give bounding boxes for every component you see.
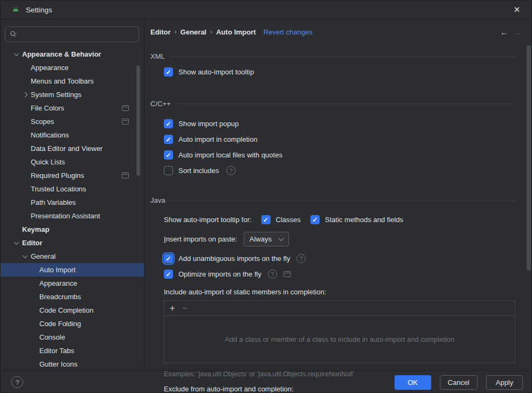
sidebar-item-editor-appearance[interactable]: Appearance [1, 277, 144, 290]
help-icon[interactable]: ? [226, 166, 236, 175]
remove-icon[interactable]: − [182, 304, 187, 313]
section-header-cpp: C/C++ [150, 99, 515, 108]
sidebar-item-path-variables[interactable]: Path Variables [1, 196, 144, 209]
tooltip-for-row: Show auto-import tooltip for: ✓ Classes … [164, 212, 515, 227]
insert-imports-row: Insert imports on paste: Always [164, 231, 515, 247]
sidebar-item-system-settings[interactable]: System Settings [1, 88, 144, 101]
sidebar-item-editor[interactable]: Editor [1, 236, 144, 250]
forward-arrow-icon: → [514, 27, 522, 37]
settings-search[interactable] [5, 26, 139, 42]
section-header-xml: XML [150, 51, 515, 61]
breadcrumb-separator: › [175, 28, 177, 36]
chevron-down-icon[interactable] [12, 52, 20, 56]
search-icon [10, 30, 17, 38]
sidebar-item-appearance[interactable]: Appearance [1, 61, 144, 74]
chevron-down-icon[interactable] [12, 241, 20, 245]
breadcrumb-editor[interactable]: Editor [150, 28, 171, 36]
sidebar-item-menus-toolbars[interactable]: Menus and Toolbars [1, 74, 144, 88]
chevron-right-icon[interactable] [20, 93, 29, 96]
checkbox-checked-icon[interactable]: ✓ [164, 150, 173, 160]
checkbox-row-auto-import-completion[interactable]: ✓ Auto import in completion [164, 132, 515, 147]
sidebar-item-appearance-behavior[interactable]: Appearance & Behavior [1, 47, 144, 61]
revert-changes-link[interactable]: Revert changes [264, 28, 313, 36]
table-toolbar: + − [164, 301, 515, 316]
sidebar-item-editor-tabs[interactable]: Editor Tabs [1, 344, 144, 357]
checkbox-row-add-unambiguous[interactable]: ✓ Add unambiguous imports on the fly ? [164, 251, 515, 266]
sidebar-item-code-folding[interactable]: Code Folding [1, 317, 144, 330]
project-settings-icon [284, 271, 291, 277]
chevron-down-icon[interactable] [20, 254, 29, 258]
sidebar-item-scopes[interactable]: Scopes [1, 115, 144, 128]
checkbox-row-show-auto-import-tooltip[interactable]: ✓ Show auto-import tooltip [164, 64, 515, 80]
checkbox-row-show-import-popup[interactable]: ✓ Show import popup [164, 116, 515, 132]
sidebar-item-required-plugins[interactable]: Required Plugins [1, 169, 144, 182]
include-static-members-table[interactable]: + − Add a class or member of a class to … [164, 300, 515, 363]
sidebar-scrollbar-thumb[interactable] [136, 65, 140, 176]
project-settings-icon [122, 173, 129, 178]
table-placeholder-text: Add a class or member of a class to incl… [225, 335, 454, 343]
breadcrumb: Editor › General › Auto Import Revert ch… [144, 19, 531, 44]
settings-tree: Appearance & Behavior Appearance Menus a… [1, 47, 144, 371]
close-icon[interactable]: ✕ [511, 5, 523, 15]
sidebar-item-file-colors[interactable]: File Colors [1, 101, 144, 115]
checkbox-static-methods[interactable]: ✓ [310, 215, 320, 224]
sidebar-item-breadcrumbs[interactable]: Breadcrumbs [1, 290, 144, 304]
checkbox-unchecked-icon[interactable] [164, 166, 173, 175]
checkbox-checked-icon[interactable]: ✓ [164, 135, 173, 144]
sidebar-item-general[interactable]: General [1, 250, 144, 263]
titlebar: Settings ✕ [1, 1, 531, 19]
help-icon[interactable]: ? [268, 270, 277, 279]
checkbox-checked-icon[interactable]: ✓ [164, 119, 173, 128]
checkbox-row-optimize-imports[interactable]: ✓ Optimize imports on the fly ? [164, 266, 515, 282]
sidebar-item-trusted-locations[interactable]: Trusted Locations [1, 182, 144, 196]
app-icon [11, 5, 20, 14]
help-icon[interactable]: ? [296, 254, 306, 263]
checkbox-checked-icon[interactable]: ✓ [164, 254, 173, 263]
insert-imports-dropdown[interactable]: Always [244, 232, 289, 246]
include-static-members-label: Include auto-import of static members in… [164, 286, 515, 297]
dropdown-value: Always [250, 235, 272, 243]
checkbox-checked-icon[interactable]: ✓ [164, 67, 173, 77]
sidebar-item-data-editor[interactable]: Data Editor and Viewer [1, 142, 144, 155]
table-empty-area[interactable]: Add a class or member of a class to incl… [164, 316, 515, 363]
exclude-label: Exclude from auto-import and completion: [164, 385, 515, 393]
breadcrumb-separator: › [210, 28, 212, 36]
breadcrumb-general[interactable]: General [181, 28, 206, 36]
sidebar-item-quick-lists[interactable]: Quick Lists [1, 155, 144, 169]
checkbox-checked-icon[interactable]: ✓ [164, 270, 173, 279]
sidebar-item-presentation-assistant[interactable]: Presentation Assistant [1, 209, 144, 223]
sidebar-item-keymap[interactable]: Keymap [1, 223, 144, 236]
chevron-down-icon [279, 236, 284, 241]
examples-hint: Examples: 'java.util.Objects' or 'java.u… [164, 370, 515, 378]
sidebar-item-code-completion[interactable]: Code Completion [1, 304, 144, 317]
sidebar-item-auto-import[interactable]: Auto Import [1, 263, 144, 277]
project-settings-icon [122, 105, 129, 111]
back-arrow-icon[interactable]: ← [500, 27, 508, 37]
breadcrumb-auto-import: Auto Import [216, 28, 256, 36]
settings-sidebar: Appearance & Behavior Appearance Menus a… [1, 19, 144, 370]
settings-content: Editor › General › Auto Import Revert ch… [144, 19, 531, 370]
add-icon[interactable]: + [170, 304, 175, 313]
window-title: Settings [26, 6, 52, 14]
search-input[interactable] [20, 30, 134, 38]
help-icon[interactable]: ? [11, 376, 23, 388]
sidebar-item-notifications[interactable]: Notifications [1, 128, 144, 142]
project-settings-icon [122, 119, 129, 125]
content-scrollbar-thumb[interactable] [527, 45, 531, 271]
checkbox-row-auto-import-local-files[interactable]: ✓ Auto import local files with quotes [164, 147, 515, 163]
section-header-java: Java [150, 195, 515, 205]
sidebar-item-gutter-icons[interactable]: Gutter Icons [1, 357, 144, 371]
checkbox-classes[interactable]: ✓ [261, 215, 271, 224]
sidebar-item-console[interactable]: Console [1, 330, 144, 344]
checkbox-row-sort-includes[interactable]: Sort includes ? [164, 163, 515, 178]
